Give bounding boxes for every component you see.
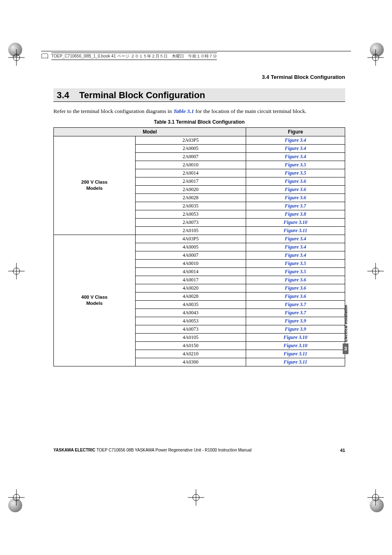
book-file-header: TOEP_C710656_08B_1_0.book 41 ページ ２０１５年２月… [41, 53, 217, 60]
intro-text-suffix: for the location of the main circuit ter… [196, 108, 307, 114]
figure-reference-link[interactable]: Figure 3.10 [246, 341, 345, 350]
figure-reference-link[interactable]: Figure 3.4 [246, 235, 345, 243]
model-cell: 4A0007 [135, 251, 246, 259]
table-header-model: Model [54, 127, 246, 136]
figure-reference-link[interactable]: Figure 3.5 [246, 267, 345, 276]
registration-mark-icon [367, 263, 384, 279]
running-header: 3.4 Terminal Block Configuration [53, 74, 345, 80]
side-tab-label: Electrical Installation [344, 305, 348, 342]
model-cell: 2A0073 [135, 218, 246, 226]
figure-reference-link[interactable]: Figure 3.5 [246, 169, 345, 177]
model-cell: 4A0017 [135, 276, 246, 284]
figure-reference-link[interactable]: Figure 3.7 [246, 300, 345, 309]
model-cell: 2A03P5 [135, 136, 246, 144]
model-cell: 2A0005 [135, 144, 246, 152]
intro-paragraph: Refer to the terminal block configuratio… [53, 108, 345, 115]
model-cell: 2A0020 [135, 185, 246, 193]
registration-mark-icon [188, 489, 204, 506]
model-cell: 2A0028 [135, 193, 246, 202]
page-footer: YASKAWA ELECTRIC TOEP C710656 08B YASKAW… [53, 448, 345, 453]
figure-reference-link[interactable]: Figure 3.6 [246, 276, 345, 284]
model-cell: 4A0073 [135, 325, 246, 333]
figure-reference-link[interactable]: Figure 3.11 [246, 358, 345, 366]
section-title: Terminal Block Configuration [79, 90, 205, 100]
model-cell: 2A0105 [135, 226, 246, 235]
figure-reference-link[interactable]: Figure 3.11 [246, 350, 345, 358]
model-cell: 4A0028 [135, 292, 246, 300]
table-header-figure: Figure [246, 127, 345, 136]
model-cell: 4A0020 [135, 284, 246, 292]
header-rule [41, 51, 351, 51]
figure-reference-link[interactable]: Figure 3.4 [246, 251, 345, 259]
side-tab-chapter: 3 [343, 343, 348, 354]
table-row: 400 V ClassModels4A03P5Figure 3.4 [54, 235, 345, 243]
figure-reference-link[interactable]: Figure 3.11 [246, 226, 345, 235]
figure-reference-link[interactable]: Figure 3.10 [246, 218, 345, 226]
figure-reference-link[interactable]: Figure 3.7 [246, 202, 345, 210]
registration-mark-icon [8, 49, 25, 66]
model-cell: 4A0035 [135, 300, 246, 309]
model-cell: 4A03P5 [135, 235, 246, 243]
model-cell: 4A0053 [135, 317, 246, 325]
model-cell: 2A0007 [135, 152, 246, 161]
registration-mark-icon [8, 489, 25, 506]
figure-reference-link[interactable]: Figure 3.9 [246, 325, 345, 333]
registration-mark-icon [8, 263, 25, 279]
model-cell: 4A0010 [135, 259, 246, 267]
figure-reference-link[interactable]: Figure 3.6 [246, 193, 345, 202]
model-cell: 4A0043 [135, 309, 246, 317]
model-cell: 4A0150 [135, 341, 246, 350]
table-reference-link[interactable]: Table 3.1 [173, 108, 194, 114]
figure-reference-link[interactable]: Figure 3.5 [246, 161, 345, 169]
model-cell: 2A0010 [135, 161, 246, 169]
registration-mark-icon [367, 49, 384, 66]
section-number: 3.4 [57, 90, 69, 100]
model-cell: 4A0014 [135, 267, 246, 276]
figure-reference-link[interactable]: Figure 3.6 [246, 177, 345, 185]
figure-reference-link[interactable]: Figure 3.7 [246, 309, 345, 317]
footer-text: YASKAWA ELECTRIC TOEP C710656 08B YASKAW… [53, 448, 251, 452]
figure-reference-link[interactable]: Figure 3.6 [246, 292, 345, 300]
table-caption: Table 3.1 Terminal Block Configuration [53, 119, 345, 125]
model-cell: 4A0210 [135, 350, 246, 358]
model-cell: 2A0014 [135, 169, 246, 177]
model-cell: 4A0005 [135, 243, 246, 251]
registration-mark-icon [367, 489, 384, 506]
model-cell: 4A0300 [135, 358, 246, 366]
figure-reference-link[interactable]: Figure 3.4 [246, 136, 345, 144]
model-group-label: 200 V ClassModels [54, 136, 136, 235]
model-cell: 2A0053 [135, 210, 246, 218]
figure-reference-link[interactable]: Figure 3.6 [246, 284, 345, 292]
page-content: 3.4 Terminal Block Configuration 3.4 Ter… [53, 74, 345, 366]
model-cell: 4A0105 [135, 333, 246, 341]
section-heading: 3.4 Terminal Block Configuration [53, 88, 345, 102]
figure-reference-link[interactable]: Figure 3.5 [246, 259, 345, 267]
book-icon [41, 53, 48, 59]
figure-reference-link[interactable]: Figure 3.6 [246, 185, 345, 193]
table-header-row: Model Figure [54, 127, 345, 136]
terminal-block-table: Model Figure 200 V ClassModels2A03P5Figu… [53, 127, 345, 366]
footer-brand: YASKAWA ELECTRIC [53, 448, 95, 452]
page-number: 41 [340, 448, 345, 453]
book-file-header-text: TOEP_C710656_08B_1_0.book 41 ページ ２０１５年２月… [51, 53, 217, 60]
model-cell: 2A0017 [135, 177, 246, 185]
chapter-side-tab: Electrical Installation 3 [343, 305, 349, 354]
figure-reference-link[interactable]: Figure 3.8 [246, 210, 345, 218]
intro-text-prefix: Refer to the terminal block configuratio… [53, 108, 173, 114]
figure-reference-link[interactable]: Figure 3.9 [246, 317, 345, 325]
figure-reference-link[interactable]: Figure 3.4 [246, 152, 345, 161]
table-row: 200 V ClassModels2A03P5Figure 3.4 [54, 136, 345, 144]
figure-reference-link[interactable]: Figure 3.10 [246, 333, 345, 341]
model-cell: 2A0035 [135, 202, 246, 210]
figure-reference-link[interactable]: Figure 3.4 [246, 144, 345, 152]
footer-doc: TOEP C710656 08B YASKAWA Power Regenerat… [95, 448, 251, 452]
figure-reference-link[interactable]: Figure 3.4 [246, 243, 345, 251]
model-group-label: 400 V ClassModels [54, 235, 136, 366]
